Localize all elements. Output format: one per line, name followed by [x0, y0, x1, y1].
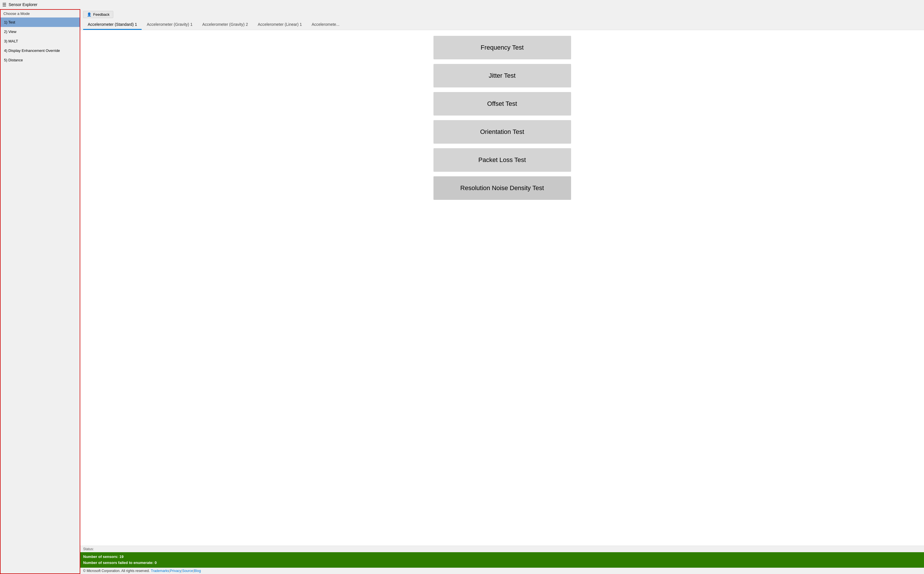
status-line2: Number of sensors failed to enumerate: 0: [83, 560, 921, 566]
copyright-bar: © Microsoft Corporation. All rights rese…: [80, 568, 924, 574]
toolbar: 👤 Feedback: [80, 9, 924, 20]
status-bar: Number of sensors: 19 Number of sensors …: [80, 552, 924, 568]
btn-resolution-noise[interactable]: Resolution Noise Density Test: [434, 176, 571, 200]
feedback-icon: 👤: [87, 12, 91, 17]
right-panel: 👤 Feedback Accelerometer (Standard) 1Acc…: [80, 9, 924, 574]
link-blog[interactable]: Blog: [194, 569, 201, 573]
sidebar-items: 1) Test2) View3) MALT4) Display Enhancem…: [1, 17, 80, 65]
mode-malt[interactable]: 3) MALT: [1, 36, 80, 46]
sidebar-header: Choose a Mode: [1, 10, 80, 17]
feedback-label: Feedback: [93, 12, 109, 17]
tabs-area: Accelerometer (Standard) 1Accelerometer …: [80, 20, 924, 30]
copyright-text: © Microsoft Corporation. All rights rese…: [83, 569, 150, 573]
btn-jitter[interactable]: Jitter Test: [434, 64, 571, 87]
link-source[interactable]: Source: [182, 569, 193, 573]
tab-accel-grav-2[interactable]: Accelerometer (Gravity) 2: [197, 20, 252, 30]
tab-accel-grav-1[interactable]: Accelerometer (Gravity) 1: [142, 20, 197, 30]
main-area: Choose a Mode 1) Test2) View3) MALT4) Di…: [0, 9, 924, 574]
titlebar: ☰ Sensor Explorer: [0, 0, 924, 9]
btn-orientation[interactable]: Orientation Test: [434, 120, 571, 144]
btn-packet-loss[interactable]: Packet Loss Test: [434, 148, 571, 172]
status-label: Status:: [80, 546, 924, 552]
content-area: Frequency TestJitter TestOffset TestOrie…: [80, 30, 924, 546]
status-line1: Number of sensors: 19: [83, 554, 921, 560]
mode-distance[interactable]: 5) Distance: [1, 55, 80, 65]
btn-offset[interactable]: Offset Test: [434, 92, 571, 115]
feedback-button[interactable]: 👤 Feedback: [83, 11, 113, 18]
mode-test[interactable]: 1) Test: [1, 17, 80, 27]
app-title: Sensor Explorer: [9, 2, 37, 7]
sidebar: Choose a Mode 1) Test2) View3) MALT4) Di…: [0, 9, 80, 574]
hamburger-icon[interactable]: ☰: [2, 2, 6, 8]
tab-accel-lin-1[interactable]: Accelerometer (Linear) 1: [253, 20, 306, 30]
tab-accel-std-1[interactable]: Accelerometer (Standard) 1: [83, 20, 142, 30]
mode-display[interactable]: 4) Display Enhancement Override: [1, 46, 80, 55]
footer-links: Trademarks|Privacy|Source|Blog: [151, 569, 201, 573]
footer: Status: Number of sensors: 19 Number of …: [80, 546, 924, 574]
link-trademarks[interactable]: Trademarks: [151, 569, 169, 573]
link-privacy[interactable]: Privacy: [170, 569, 181, 573]
btn-frequency[interactable]: Frequency Test: [434, 36, 571, 59]
mode-view[interactable]: 2) View: [1, 27, 80, 36]
tab-accel-more[interactable]: Acceleromete...: [307, 20, 344, 30]
